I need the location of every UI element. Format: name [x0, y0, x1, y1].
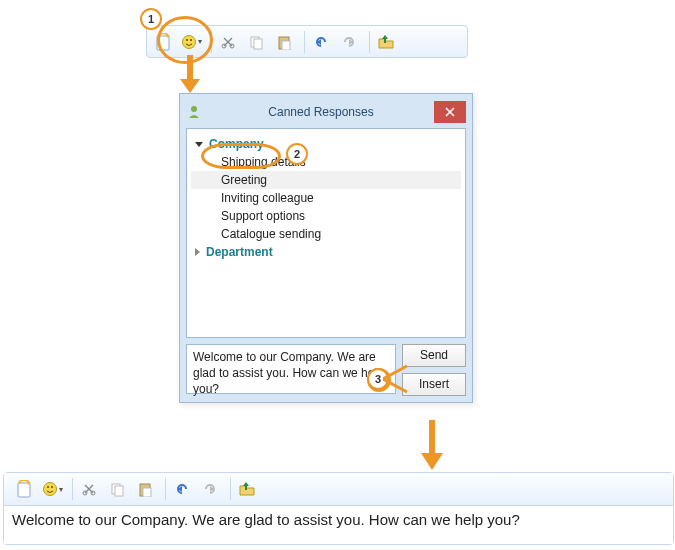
annotation-step-3: 3	[367, 368, 389, 390]
redo-button[interactable]	[337, 30, 361, 54]
emoji-button[interactable]: ▾	[40, 477, 64, 501]
paste-button[interactable]	[133, 477, 157, 501]
dialog-actions: Send Insert	[402, 344, 466, 396]
tree-item[interactable]: Inviting colleague	[191, 189, 461, 207]
undo-icon	[313, 34, 329, 50]
annotation-highlight-2	[201, 143, 281, 169]
expand-icon	[195, 142, 203, 147]
svg-point-16	[191, 106, 197, 112]
svg-marker-34	[243, 482, 249, 486]
copy-button[interactable]	[105, 477, 129, 501]
dialog-titlebar: Canned Responses	[186, 100, 466, 128]
paste-icon	[276, 34, 292, 50]
dropdown-caret-icon: ▾	[59, 485, 63, 494]
canned-response-icon	[15, 480, 33, 498]
copy-icon	[109, 481, 125, 497]
redo-button[interactable]	[198, 477, 222, 501]
folder-arrow-icon	[238, 481, 256, 497]
svg-marker-15	[180, 79, 200, 93]
svg-point-25	[51, 486, 53, 488]
paste-button[interactable]	[272, 30, 296, 54]
svg-marker-20	[421, 453, 443, 470]
svg-rect-10	[282, 41, 290, 50]
redo-icon	[341, 34, 357, 50]
send-to-button[interactable]	[374, 30, 398, 54]
undo-button[interactable]	[170, 477, 194, 501]
app-icon	[186, 104, 202, 120]
dialog-bottom-pane: Welcome to our Company. We are glad to a…	[186, 344, 466, 396]
scissors-icon	[220, 34, 236, 50]
message-editor[interactable]: Welcome to our Company. We are glad to a…	[4, 506, 673, 544]
toolbar-bottom: ▾	[4, 473, 673, 506]
tree-item[interactable]: Catalogue sending	[191, 225, 461, 243]
svg-point-23	[43, 483, 56, 496]
toolbar-separator	[165, 478, 166, 500]
cut-button[interactable]	[216, 30, 240, 54]
svg-point-24	[47, 486, 49, 488]
redo-icon	[202, 481, 218, 497]
copy-icon	[248, 34, 264, 50]
tree-group-department[interactable]: Department	[191, 243, 461, 261]
close-icon	[445, 107, 455, 117]
close-button[interactable]	[434, 101, 466, 123]
copy-button[interactable]	[244, 30, 268, 54]
undo-button[interactable]	[309, 30, 333, 54]
emoji-icon	[42, 481, 58, 497]
tree-item-selected[interactable]: Greeting	[191, 171, 461, 189]
canned-response-button[interactable]	[12, 477, 36, 501]
tree-item[interactable]: Support options	[191, 207, 461, 225]
annotation-highlight-1	[157, 16, 213, 64]
svg-rect-29	[115, 486, 123, 496]
response-preview: Welcome to our Company. We are glad to a…	[186, 344, 396, 394]
paste-icon	[137, 481, 153, 497]
cut-button[interactable]	[77, 477, 101, 501]
annotation-step-2: 2	[286, 143, 308, 165]
dialog-title: Canned Responses	[208, 105, 434, 119]
folder-arrow-icon	[377, 34, 395, 50]
scissors-icon	[81, 481, 97, 497]
collapse-icon	[195, 248, 200, 256]
toolbar-separator	[304, 31, 305, 53]
editor-panel: ▾ Welcome to our Company. We are glad to…	[3, 472, 674, 545]
svg-rect-21	[18, 483, 30, 497]
annotation-arrow-2	[418, 420, 446, 472]
canned-responses-dialog: Canned Responses Company Shipping detail…	[179, 93, 473, 403]
toolbar-separator	[72, 478, 73, 500]
svg-rect-8	[254, 39, 262, 49]
svg-marker-13	[382, 35, 388, 39]
insert-button[interactable]: Insert	[402, 373, 466, 396]
annotation-step-1: 1	[140, 8, 162, 30]
send-button[interactable]: Send	[402, 344, 466, 367]
tree-group-label: Department	[206, 245, 273, 259]
toolbar-separator	[230, 478, 231, 500]
toolbar-separator	[369, 31, 370, 53]
send-to-button[interactable]	[235, 477, 259, 501]
undo-icon	[174, 481, 190, 497]
svg-rect-31	[143, 488, 151, 497]
